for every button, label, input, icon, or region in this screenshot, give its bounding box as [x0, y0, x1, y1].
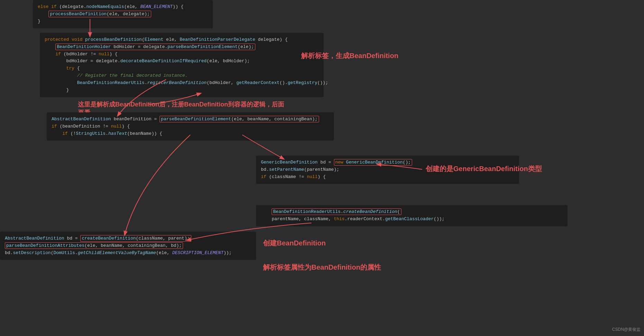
- code-line: }: [45, 87, 319, 94]
- code-block-4b: BeanDefinitionReaderUtils.createBeanDefi…: [256, 205, 568, 226]
- watermark: CSDN@黄俊监: [612, 327, 641, 333]
- code-line: processBeanDefinition(ele, delegate);: [38, 11, 208, 18]
- annotation-1: 解析标签，生成BeanDefinition: [301, 51, 398, 60]
- code-line: if (!StringUtils.hasText(beanName)) {: [52, 130, 329, 138]
- code-line: parentName, className, this.readerContex…: [261, 216, 563, 223]
- code-line: BeanDefinitionReaderUtils.registerBeanDe…: [45, 80, 319, 87]
- code-line: }: [38, 18, 208, 25]
- code-line: AbstractBeanDefinition bd = createBeanDe…: [5, 235, 251, 242]
- code-line: try {: [45, 65, 319, 72]
- code-line: else if (delegate.nodeNameEquals(ele, BE…: [38, 3, 208, 11]
- code-line: protected void processBeanDefinition(Ele…: [45, 36, 319, 44]
- code-line: BeanDefinitionHolder bdHolder = delegate…: [45, 44, 319, 51]
- code-line: AbstractBeanDefinition beanDefinition = …: [52, 116, 329, 123]
- annotation-3: 创建的是GenericBeanDefinition类型: [426, 164, 542, 174]
- code-line: if (bdHolder != null) {: [45, 51, 319, 58]
- code-line: bdHolder = delegate.decorateBeanDefiniti…: [45, 58, 319, 65]
- annotation-4: 创建BeanDefinition: [263, 239, 326, 248]
- code-line: BeanDefinitionReaderUtils.createBeanDefi…: [261, 208, 563, 216]
- code-block-2: protected void processBeanDefinition(Ele…: [40, 33, 324, 97]
- code-line: parseBeanDefinitionAttributes(ele, beanN…: [5, 242, 251, 250]
- code-line: // Register the final decorated instance…: [45, 72, 319, 80]
- code-line: if (beanDefinition != null) {: [52, 123, 329, 130]
- code-block-3: AbstractBeanDefinition beanDefinition = …: [47, 112, 334, 141]
- code-line: if (className != null) {: [261, 174, 514, 181]
- main-container: else if (delegate.nodeNameEquals(ele, BE…: [0, 0, 644, 336]
- annotation-5: 解析标签属性为BeanDefinition的属性: [263, 263, 381, 272]
- code-line: bd.setDescription(DomUtils.getChildEleme…: [5, 250, 251, 257]
- code-block-1: else if (delegate.nodeNameEquals(ele, BE…: [33, 0, 213, 28]
- code-block-5: AbstractBeanDefinition bd = createBeanDe…: [0, 232, 256, 260]
